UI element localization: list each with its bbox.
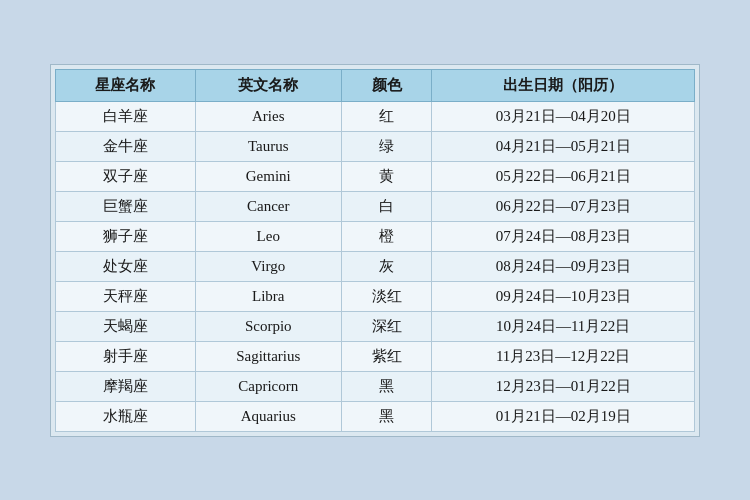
table-row: 天蝎座Scorpio深红10月24日—11月22日 (56, 311, 695, 341)
cell-dates: 06月22日—07月23日 (432, 191, 695, 221)
cell-chinese-name: 双子座 (56, 161, 196, 191)
cell-color: 淡红 (341, 281, 431, 311)
zodiac-table-container: 星座名称 英文名称 颜色 出生日期（阳历） 白羊座Aries红03月21日—04… (50, 64, 700, 437)
cell-dates: 11月23日—12月22日 (432, 341, 695, 371)
cell-chinese-name: 摩羯座 (56, 371, 196, 401)
cell-dates: 12月23日—01月22日 (432, 371, 695, 401)
cell-color: 深红 (341, 311, 431, 341)
cell-dates: 04月21日—05月21日 (432, 131, 695, 161)
cell-color: 橙 (341, 221, 431, 251)
cell-english-name: Gemini (195, 161, 341, 191)
header-dates: 出生日期（阳历） (432, 69, 695, 101)
header-color: 颜色 (341, 69, 431, 101)
cell-english-name: Leo (195, 221, 341, 251)
cell-dates: 07月24日—08月23日 (432, 221, 695, 251)
table-header-row: 星座名称 英文名称 颜色 出生日期（阳历） (56, 69, 695, 101)
table-row: 天秤座Libra淡红09月24日—10月23日 (56, 281, 695, 311)
cell-english-name: Virgo (195, 251, 341, 281)
cell-color: 绿 (341, 131, 431, 161)
cell-english-name: Libra (195, 281, 341, 311)
table-row: 白羊座Aries红03月21日—04月20日 (56, 101, 695, 131)
header-chinese-name: 星座名称 (56, 69, 196, 101)
cell-english-name: Scorpio (195, 311, 341, 341)
cell-chinese-name: 巨蟹座 (56, 191, 196, 221)
table-row: 双子座Gemini黄05月22日—06月21日 (56, 161, 695, 191)
cell-english-name: Aquarius (195, 401, 341, 431)
table-row: 狮子座Leo橙07月24日—08月23日 (56, 221, 695, 251)
cell-chinese-name: 水瓶座 (56, 401, 196, 431)
table-row: 金牛座Taurus绿04月21日—05月21日 (56, 131, 695, 161)
table-row: 水瓶座Aquarius黑01月21日—02月19日 (56, 401, 695, 431)
cell-color: 黄 (341, 161, 431, 191)
cell-chinese-name: 射手座 (56, 341, 196, 371)
cell-dates: 03月21日—04月20日 (432, 101, 695, 131)
cell-chinese-name: 天秤座 (56, 281, 196, 311)
cell-dates: 10月24日—11月22日 (432, 311, 695, 341)
cell-dates: 08月24日—09月23日 (432, 251, 695, 281)
table-row: 射手座Sagittarius紫红11月23日—12月22日 (56, 341, 695, 371)
cell-english-name: Capricorn (195, 371, 341, 401)
cell-color: 灰 (341, 251, 431, 281)
zodiac-table: 星座名称 英文名称 颜色 出生日期（阳历） 白羊座Aries红03月21日—04… (55, 69, 695, 432)
cell-dates: 09月24日—10月23日 (432, 281, 695, 311)
cell-english-name: Sagittarius (195, 341, 341, 371)
table-row: 处女座Virgo灰08月24日—09月23日 (56, 251, 695, 281)
cell-english-name: Cancer (195, 191, 341, 221)
table-row: 摩羯座Capricorn黑12月23日—01月22日 (56, 371, 695, 401)
cell-chinese-name: 金牛座 (56, 131, 196, 161)
table-row: 巨蟹座Cancer白06月22日—07月23日 (56, 191, 695, 221)
cell-chinese-name: 狮子座 (56, 221, 196, 251)
cell-chinese-name: 处女座 (56, 251, 196, 281)
cell-color: 白 (341, 191, 431, 221)
cell-color: 黑 (341, 401, 431, 431)
cell-english-name: Taurus (195, 131, 341, 161)
cell-english-name: Aries (195, 101, 341, 131)
cell-dates: 01月21日—02月19日 (432, 401, 695, 431)
cell-dates: 05月22日—06月21日 (432, 161, 695, 191)
cell-color: 红 (341, 101, 431, 131)
cell-chinese-name: 白羊座 (56, 101, 196, 131)
cell-color: 紫红 (341, 341, 431, 371)
table-body: 白羊座Aries红03月21日—04月20日金牛座Taurus绿04月21日—0… (56, 101, 695, 431)
header-english-name: 英文名称 (195, 69, 341, 101)
cell-color: 黑 (341, 371, 431, 401)
cell-chinese-name: 天蝎座 (56, 311, 196, 341)
